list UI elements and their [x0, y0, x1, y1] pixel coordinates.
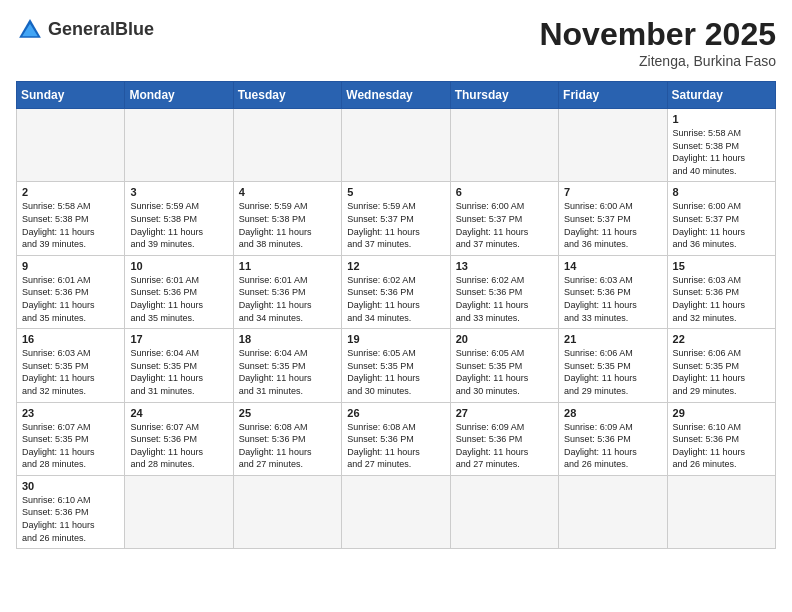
day-number: 29 — [673, 407, 770, 419]
day-info: Sunrise: 6:10 AM Sunset: 5:36 PM Dayligh… — [22, 494, 119, 544]
day-number: 21 — [564, 333, 661, 345]
day-number: 9 — [22, 260, 119, 272]
calendar-day-cell — [125, 475, 233, 548]
calendar-day-cell: 26Sunrise: 6:08 AM Sunset: 5:36 PM Dayli… — [342, 402, 450, 475]
location-title: Zitenga, Burkina Faso — [539, 53, 776, 69]
day-info: Sunrise: 6:10 AM Sunset: 5:36 PM Dayligh… — [673, 421, 770, 471]
day-of-week-header: Monday — [125, 82, 233, 109]
day-info: Sunrise: 6:08 AM Sunset: 5:36 PM Dayligh… — [239, 421, 336, 471]
day-number: 4 — [239, 186, 336, 198]
calendar-day-cell — [559, 475, 667, 548]
day-number: 12 — [347, 260, 444, 272]
day-info: Sunrise: 5:59 AM Sunset: 5:38 PM Dayligh… — [239, 200, 336, 250]
calendar-day-cell — [667, 475, 775, 548]
day-number: 6 — [456, 186, 553, 198]
calendar-day-cell: 25Sunrise: 6:08 AM Sunset: 5:36 PM Dayli… — [233, 402, 341, 475]
day-info: Sunrise: 6:02 AM Sunset: 5:36 PM Dayligh… — [456, 274, 553, 324]
day-info: Sunrise: 6:09 AM Sunset: 5:36 PM Dayligh… — [456, 421, 553, 471]
day-info: Sunrise: 6:01 AM Sunset: 5:36 PM Dayligh… — [239, 274, 336, 324]
day-info: Sunrise: 5:59 AM Sunset: 5:37 PM Dayligh… — [347, 200, 444, 250]
day-number: 19 — [347, 333, 444, 345]
days-of-week-row: SundayMondayTuesdayWednesdayThursdayFrid… — [17, 82, 776, 109]
calendar-week-row: 16Sunrise: 6:03 AM Sunset: 5:35 PM Dayli… — [17, 329, 776, 402]
day-of-week-header: Friday — [559, 82, 667, 109]
day-info: Sunrise: 6:05 AM Sunset: 5:35 PM Dayligh… — [347, 347, 444, 397]
calendar-day-cell: 27Sunrise: 6:09 AM Sunset: 5:36 PM Dayli… — [450, 402, 558, 475]
calendar-day-cell: 23Sunrise: 6:07 AM Sunset: 5:35 PM Dayli… — [17, 402, 125, 475]
calendar-day-cell — [342, 475, 450, 548]
calendar-day-cell: 13Sunrise: 6:02 AM Sunset: 5:36 PM Dayli… — [450, 255, 558, 328]
day-number: 15 — [673, 260, 770, 272]
calendar-day-cell: 24Sunrise: 6:07 AM Sunset: 5:36 PM Dayli… — [125, 402, 233, 475]
day-of-week-header: Thursday — [450, 82, 558, 109]
calendar-day-cell: 10Sunrise: 6:01 AM Sunset: 5:36 PM Dayli… — [125, 255, 233, 328]
day-info: Sunrise: 6:08 AM Sunset: 5:36 PM Dayligh… — [347, 421, 444, 471]
day-info: Sunrise: 5:58 AM Sunset: 5:38 PM Dayligh… — [22, 200, 119, 250]
calendar-day-cell: 28Sunrise: 6:09 AM Sunset: 5:36 PM Dayli… — [559, 402, 667, 475]
calendar-day-cell — [233, 475, 341, 548]
calendar-day-cell: 11Sunrise: 6:01 AM Sunset: 5:36 PM Dayli… — [233, 255, 341, 328]
calendar-day-cell: 9Sunrise: 6:01 AM Sunset: 5:36 PM Daylig… — [17, 255, 125, 328]
calendar-body: 1Sunrise: 5:58 AM Sunset: 5:38 PM Daylig… — [17, 109, 776, 549]
month-title: November 2025 — [539, 16, 776, 53]
calendar-day-cell: 19Sunrise: 6:05 AM Sunset: 5:35 PM Dayli… — [342, 329, 450, 402]
calendar-day-cell: 4Sunrise: 5:59 AM Sunset: 5:38 PM Daylig… — [233, 182, 341, 255]
calendar-day-cell: 2Sunrise: 5:58 AM Sunset: 5:38 PM Daylig… — [17, 182, 125, 255]
calendar-day-cell: 1Sunrise: 5:58 AM Sunset: 5:38 PM Daylig… — [667, 109, 775, 182]
day-info: Sunrise: 6:00 AM Sunset: 5:37 PM Dayligh… — [673, 200, 770, 250]
calendar-day-cell — [450, 475, 558, 548]
day-number: 28 — [564, 407, 661, 419]
day-number: 24 — [130, 407, 227, 419]
calendar-day-cell — [342, 109, 450, 182]
day-number: 11 — [239, 260, 336, 272]
day-number: 26 — [347, 407, 444, 419]
day-of-week-header: Saturday — [667, 82, 775, 109]
day-number: 13 — [456, 260, 553, 272]
logo: GeneralBlue — [16, 16, 154, 44]
calendar-day-cell: 7Sunrise: 6:00 AM Sunset: 5:37 PM Daylig… — [559, 182, 667, 255]
day-number: 5 — [347, 186, 444, 198]
calendar-day-cell — [450, 109, 558, 182]
calendar-day-cell: 16Sunrise: 6:03 AM Sunset: 5:35 PM Dayli… — [17, 329, 125, 402]
day-number: 2 — [22, 186, 119, 198]
calendar-day-cell — [125, 109, 233, 182]
calendar-day-cell — [233, 109, 341, 182]
calendar-day-cell: 22Sunrise: 6:06 AM Sunset: 5:35 PM Dayli… — [667, 329, 775, 402]
calendar-day-cell: 12Sunrise: 6:02 AM Sunset: 5:36 PM Dayli… — [342, 255, 450, 328]
day-number: 8 — [673, 186, 770, 198]
day-number: 16 — [22, 333, 119, 345]
calendar-day-cell: 20Sunrise: 6:05 AM Sunset: 5:35 PM Dayli… — [450, 329, 558, 402]
day-info: Sunrise: 6:00 AM Sunset: 5:37 PM Dayligh… — [564, 200, 661, 250]
day-info: Sunrise: 5:58 AM Sunset: 5:38 PM Dayligh… — [673, 127, 770, 177]
calendar-day-cell: 18Sunrise: 6:04 AM Sunset: 5:35 PM Dayli… — [233, 329, 341, 402]
day-info: Sunrise: 6:06 AM Sunset: 5:35 PM Dayligh… — [673, 347, 770, 397]
day-number: 23 — [22, 407, 119, 419]
day-info: Sunrise: 5:59 AM Sunset: 5:38 PM Dayligh… — [130, 200, 227, 250]
calendar-day-cell: 8Sunrise: 6:00 AM Sunset: 5:37 PM Daylig… — [667, 182, 775, 255]
calendar-day-cell — [559, 109, 667, 182]
day-number: 25 — [239, 407, 336, 419]
day-info: Sunrise: 6:03 AM Sunset: 5:36 PM Dayligh… — [564, 274, 661, 324]
day-info: Sunrise: 6:01 AM Sunset: 5:36 PM Dayligh… — [130, 274, 227, 324]
calendar-week-row: 30Sunrise: 6:10 AM Sunset: 5:36 PM Dayli… — [17, 475, 776, 548]
day-number: 27 — [456, 407, 553, 419]
day-number: 10 — [130, 260, 227, 272]
day-info: Sunrise: 6:07 AM Sunset: 5:36 PM Dayligh… — [130, 421, 227, 471]
day-number: 14 — [564, 260, 661, 272]
calendar-table: SundayMondayTuesdayWednesdayThursdayFrid… — [16, 81, 776, 549]
calendar-week-row: 1Sunrise: 5:58 AM Sunset: 5:38 PM Daylig… — [17, 109, 776, 182]
page-header: GeneralBlue November 2025 Zitenga, Burki… — [16, 16, 776, 69]
day-number: 1 — [673, 113, 770, 125]
day-info: Sunrise: 6:04 AM Sunset: 5:35 PM Dayligh… — [130, 347, 227, 397]
calendar-week-row: 23Sunrise: 6:07 AM Sunset: 5:35 PM Dayli… — [17, 402, 776, 475]
title-block: November 2025 Zitenga, Burkina Faso — [539, 16, 776, 69]
calendar-day-cell: 15Sunrise: 6:03 AM Sunset: 5:36 PM Dayli… — [667, 255, 775, 328]
day-info: Sunrise: 6:02 AM Sunset: 5:36 PM Dayligh… — [347, 274, 444, 324]
logo-text: GeneralBlue — [48, 20, 154, 40]
day-number: 22 — [673, 333, 770, 345]
day-number: 7 — [564, 186, 661, 198]
day-info: Sunrise: 6:03 AM Sunset: 5:35 PM Dayligh… — [22, 347, 119, 397]
day-info: Sunrise: 6:03 AM Sunset: 5:36 PM Dayligh… — [673, 274, 770, 324]
calendar-day-cell: 14Sunrise: 6:03 AM Sunset: 5:36 PM Dayli… — [559, 255, 667, 328]
day-number: 20 — [456, 333, 553, 345]
